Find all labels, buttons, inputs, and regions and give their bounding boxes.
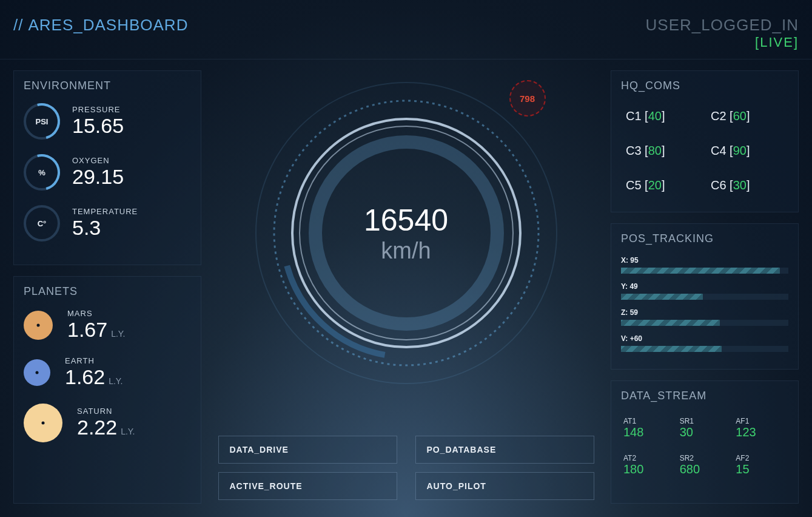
com-channel: C2 [60] <box>711 109 783 123</box>
pos-tracking-panel: POS_TRACKING X: 95 Y: 49 Z: 59 V: +60 <box>611 223 799 370</box>
title-slashes: // <box>13 16 23 35</box>
ds-label: AT1 <box>623 417 674 425</box>
ds-value: 15 <box>736 462 786 476</box>
header-title-group: // ARES_DASHBOARD <box>13 16 188 35</box>
tracking-bar <box>621 268 788 274</box>
tracking-label: Y: 49 <box>621 282 788 291</box>
planet-row: SATURN 2.22L.Y. <box>24 404 191 442</box>
planet-unit: L.Y. <box>109 376 122 386</box>
planet-unit: L.Y. <box>121 427 135 436</box>
data-stream-item: AF1 123 <box>736 417 786 439</box>
data-stream-item: SR2 680 <box>680 454 730 476</box>
data-stream-item: SR1 30 <box>680 417 730 439</box>
planet-label: SATURN <box>77 407 135 416</box>
header-status: USER_LOGGED_IN [LIVE] <box>646 16 799 50</box>
right-column: HQ_COMS C1 [40]C2 [60]C3 [80]C4 [90]C5 [… <box>611 70 799 504</box>
tracking-bar <box>621 320 788 326</box>
action-buttons: DATA_DRIVEPO_DATABASEACTIVE_ROUTEAUTO_PI… <box>218 436 594 500</box>
planets-title: PLANETS <box>24 285 191 298</box>
planet-row: EARTH 1.62L.Y. <box>24 356 191 389</box>
ds-value: 30 <box>680 425 730 439</box>
planet-value: 1.62 <box>65 365 105 389</box>
env-value: 29.15 <box>72 165 124 189</box>
tracking-label: V: +60 <box>621 334 788 343</box>
com-channel: C6 [30] <box>711 178 783 192</box>
environment-row: PSI PRESSURE 15.65 <box>24 103 191 140</box>
tracking-label: X: 95 <box>621 256 788 265</box>
hq-coms-panel: HQ_COMS C1 [40]C2 [60]C3 [80]C4 [90]C5 [… <box>611 70 799 212</box>
gauge-ring-icon: C° <box>24 205 60 242</box>
planet-value: 1.67 <box>67 318 107 342</box>
environment-title: ENVIRONMENT <box>24 79 191 92</box>
data-stream-panel: DATA_STREAM AT1 148SR1 30AF1 123AT2 180S… <box>611 380 799 504</box>
env-label: TEMPERATURE <box>72 207 138 216</box>
ds-label: AF2 <box>736 454 786 462</box>
user-label: USER_LOGGED_IN <box>646 16 799 35</box>
data-stream-item: AT1 148 <box>623 417 674 439</box>
pos-tracking-title: POS_TRACKING <box>621 232 788 245</box>
gauge-ring-icon: % <box>24 154 60 191</box>
env-value: 15.65 <box>72 114 124 138</box>
planet-value: 2.22 <box>77 416 117 439</box>
tracking-row: V: +60 <box>621 334 788 352</box>
ds-label: AT2 <box>623 454 674 462</box>
ds-value: 123 <box>736 425 786 439</box>
planet-label: MARS <box>67 309 125 318</box>
ds-label: SR2 <box>680 454 730 462</box>
ds-value: 680 <box>680 462 730 476</box>
com-channel: C5 [20] <box>626 178 699 192</box>
tracking-label: Z: 59 <box>621 308 788 317</box>
tracking-row: X: 95 <box>621 256 788 274</box>
left-column: ENVIRONMENT PSI PRESSURE 15.65 % OXYGEN … <box>13 70 201 504</box>
data-stream-title: DATA_STREAM <box>621 390 788 402</box>
speed-unit: km/h <box>364 238 448 264</box>
auto-pilot-button[interactable]: AUTO_PILOT <box>415 472 594 500</box>
com-channel: C3 [80] <box>626 144 699 158</box>
data-drive-button[interactable]: DATA_DRIVE <box>218 436 397 464</box>
planets-panel: PLANETS MARS 1.67L.Y. EARTH 1.62L.Y. SAT… <box>13 276 201 504</box>
ds-value: 180 <box>623 462 674 476</box>
planet-unit: L.Y. <box>111 329 125 339</box>
planet-icon <box>24 311 53 340</box>
speed-gauge: 16540 km/h 798 <box>249 75 564 391</box>
com-channel: C4 [90] <box>711 144 783 158</box>
env-label: PRESSURE <box>72 105 124 114</box>
header: // ARES_DASHBOARD USER_LOGGED_IN [LIVE] <box>0 0 812 59</box>
com-channel: C1 [40] <box>626 109 699 123</box>
data-stream-item: AT2 180 <box>623 454 674 476</box>
tracking-row: Z: 59 <box>621 308 788 326</box>
active-route-button[interactable]: ACTIVE_ROUTE <box>218 472 397 500</box>
planet-icon <box>24 359 50 386</box>
ds-label: SR1 <box>680 417 730 425</box>
environment-panel: ENVIRONMENT PSI PRESSURE 15.65 % OXYGEN … <box>13 70 201 265</box>
environment-row: C° TEMPERATURE 5.3 <box>24 205 191 242</box>
ds-label: AF1 <box>736 417 786 425</box>
planet-icon <box>24 404 62 442</box>
center-column: 16540 km/h 798 DATA_DRIVEPO_DATABASEACTI… <box>212 70 600 504</box>
ds-value: 148 <box>623 425 674 439</box>
tracking-row: Y: 49 <box>621 282 788 300</box>
live-indicator: [LIVE] <box>646 35 799 50</box>
hq-coms-title: HQ_COMS <box>621 79 788 92</box>
env-label: OXYGEN <box>72 156 124 165</box>
tracking-bar <box>621 294 788 300</box>
planet-row: MARS 1.67L.Y. <box>24 309 191 342</box>
environment-row: % OXYGEN 29.15 <box>24 154 191 191</box>
po-database-button[interactable]: PO_DATABASE <box>415 436 594 464</box>
planet-label: EARTH <box>65 356 122 365</box>
page-title: ARES_DASHBOARD <box>28 16 188 35</box>
tracking-bar <box>621 346 788 352</box>
data-stream-item: AF2 15 <box>736 454 786 476</box>
alert-badge[interactable]: 798 <box>509 80 546 117</box>
gauge-ring-icon: PSI <box>24 103 60 140</box>
speed-value: 16540 <box>364 203 448 238</box>
env-value: 5.3 <box>72 216 138 240</box>
